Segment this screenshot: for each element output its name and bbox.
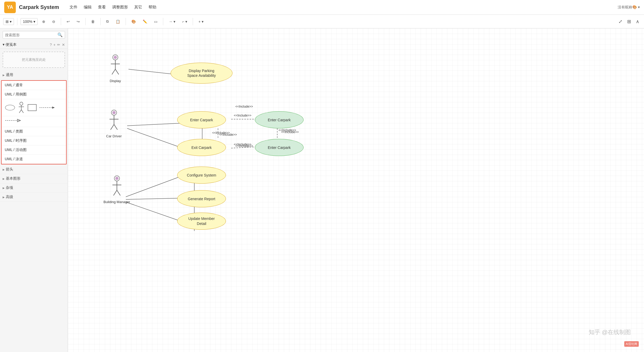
uml-class-item[interactable]: UML / 类图 (2, 127, 66, 136)
uml-shape-dashed-arrow[interactable] (39, 102, 55, 113)
zoom-selector[interactable]: 100% ▾ (21, 18, 38, 25)
category-label: 箭头 (6, 167, 13, 172)
view-controls: ⤢ ⊞ ∧ (617, 18, 641, 25)
svg-point-36 (114, 56, 117, 59)
notepad-drop-text: 把元素拖至此处 (22, 58, 46, 62)
notepad-help[interactable]: ? (50, 43, 52, 47)
category-advanced[interactable]: ▶ 高级 (0, 193, 68, 202)
layout-selector[interactable]: ⊞ ▾ (3, 18, 14, 25)
menu-file[interactable]: 文件 (70, 5, 77, 10)
notepad-add[interactable]: + (53, 43, 56, 47)
arrow-icon: ▶ (3, 177, 5, 180)
zoom-in-button[interactable]: ⊕ (40, 18, 48, 25)
uml-shape-actor[interactable] (17, 102, 25, 113)
include-label-3: <<Include>> (212, 131, 230, 135)
svg-line-46 (114, 124, 117, 130)
uml-usecase-item[interactable]: UML / 用例图 (2, 90, 66, 99)
app-title: Carpark System (19, 4, 59, 10)
redo-button[interactable]: ↪ (74, 18, 82, 25)
copy-icon: ⧉ (106, 19, 109, 24)
category-label: 杂项 (6, 185, 13, 190)
zoom-out-icon: ⊖ (52, 19, 55, 24)
svg-line-45 (111, 124, 114, 130)
usecase-display-parking[interactable]: Display ParkingSpace Availability (171, 63, 232, 84)
stroke-button[interactable]: ✏️ (140, 18, 150, 25)
notepad-close[interactable]: ✕ (62, 43, 65, 47)
category-basic[interactable]: ▶ 基本图形 (0, 174, 68, 183)
zoom-out-button[interactable]: ⊖ (50, 18, 58, 25)
uml-swim-item[interactable]: UML / 泳道 (2, 155, 66, 164)
arrow1-button[interactable]: → ▾ (166, 18, 178, 25)
uml-seq-item[interactable]: UML / 时序图 (2, 136, 66, 145)
usecase-configure-system-label: Configure System (187, 173, 216, 177)
undo-button[interactable]: ↩ (64, 18, 72, 25)
arrow-icon: ▶ (3, 196, 5, 199)
arrow2-icon: ⌐ ▾ (182, 19, 187, 24)
category-arrow[interactable]: ▶ 箭头 (0, 165, 68, 174)
svg-line-25 (126, 176, 182, 197)
ellipse-icon (5, 104, 15, 111)
search-box[interactable]: 🔍 (3, 31, 65, 39)
include-label-4: <<Include>> (279, 128, 296, 132)
usecase-enter-carpark-3[interactable]: Enter Carpark (255, 139, 304, 156)
actor-car-driver: Car Driver (106, 110, 122, 138)
user-area[interactable]: 没有昵称🎨 ▾ (618, 5, 640, 10)
usecase-update-member[interactable]: Update MemberDetail (177, 213, 226, 230)
usecase-configure-system[interactable]: Configure System (177, 167, 226, 184)
uml-normal-item[interactable]: UML / 通常 (2, 81, 66, 90)
undo-icon: ↩ (67, 19, 70, 24)
collapse-button[interactable]: ∧ (634, 18, 641, 25)
actor-building-manager: Building Manager (103, 176, 130, 204)
usecase-enter-carpark-2[interactable]: Enter Carpark (255, 111, 304, 128)
svg-rect-6 (28, 104, 36, 111)
diagram-svg: <<Include>> <<Include>> <<Include>> <<In… (68, 28, 644, 352)
arrow2-button[interactable]: ⌐ ▾ (180, 18, 190, 25)
arrow1-icon: → ▾ (169, 19, 175, 24)
svg-line-39 (112, 69, 115, 74)
copy-button[interactable]: ⧉ (104, 18, 111, 25)
actor-display: Display (109, 55, 122, 83)
expand-button[interactable]: ⤢ (617, 18, 624, 25)
paste-button[interactable]: 📋 (113, 18, 122, 25)
arrow-icon: ▶ (3, 168, 5, 171)
usecase-exit-carpark-label: Exit Carpark (191, 145, 212, 150)
svg-line-40 (115, 69, 119, 74)
usecase-enter-carpark-1[interactable]: Enter Carpark (177, 111, 226, 128)
usecase-exit-carpark[interactable]: Exit Carpark (177, 139, 226, 156)
menu-edit[interactable]: 编辑 (84, 5, 92, 10)
split-button[interactable]: ⊞ (626, 18, 633, 25)
plus-icon: + ▾ (199, 19, 204, 24)
zoom-in-icon: ⊕ (42, 19, 45, 24)
usecase-update-member-label: Update MemberDetail (188, 216, 215, 226)
usecase-generate-report-label: Generate Report (188, 197, 215, 201)
menu-adjust[interactable]: 调整图形 (112, 5, 128, 10)
search-icon[interactable]: 🔍 (57, 32, 63, 37)
usecase-generate-report[interactable]: Generate Report (177, 190, 226, 207)
building-manager-label: Building Manager (103, 200, 130, 204)
arrow-icon: ▶ (3, 74, 5, 77)
plus-button[interactable]: + ▾ (196, 18, 206, 25)
uml-shape-rect[interactable] (27, 102, 37, 113)
svg-point-42 (112, 111, 116, 114)
svg-line-13 (127, 128, 182, 148)
menu-help[interactable]: 帮助 (148, 5, 156, 10)
notepad-label: ▾ 便笺本 (3, 42, 50, 47)
sidebar: 🔍 ▾ 便笺本 ? + ✏ ✕ 把元素拖至此处 ▶ 通用 UML / 通常 UM… (0, 28, 68, 352)
dashed-arrow-icon (39, 105, 55, 110)
menu-bar: 文件 编辑 查看 调整图形 其它 帮助 (70, 5, 156, 10)
arrow-icon: ▶ (3, 187, 5, 189)
fill-button[interactable]: 🎨 (129, 18, 138, 25)
canvas[interactable]: <<Include>> <<Include>> <<Include>> <<In… (68, 28, 644, 352)
notepad-edit[interactable]: ✏ (57, 43, 60, 47)
menu-view[interactable]: 查看 (98, 5, 106, 10)
category-misc[interactable]: ▶ 杂项 (0, 183, 68, 193)
rect-button[interactable]: ▭ (152, 18, 160, 25)
uml-shape-ellipse[interactable] (5, 102, 15, 113)
search-input[interactable] (5, 33, 57, 37)
layout-icon: ⊞ (6, 19, 9, 24)
menu-other[interactable]: 其它 (134, 5, 142, 10)
delete-button[interactable]: 🗑 (89, 18, 97, 25)
uml-activity-item[interactable]: UML / 活动图 (2, 145, 66, 155)
category-general[interactable]: ▶ 通用 (0, 71, 68, 80)
svg-line-12 (127, 123, 182, 126)
